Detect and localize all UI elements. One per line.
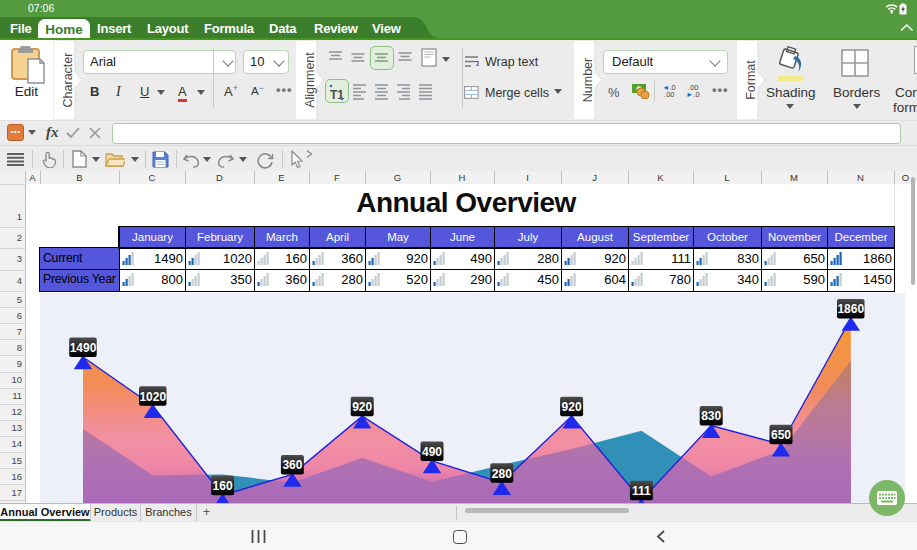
svg-text:1020: 1020	[139, 390, 166, 404]
svg-text:Character: Character	[61, 53, 75, 108]
svg-text:920: 920	[562, 400, 582, 414]
svg-text:360: 360	[282, 458, 302, 472]
svg-text:Alignment: Alignment	[303, 52, 317, 108]
svg-text:Number: Number	[581, 58, 595, 102]
svg-text:280: 280	[492, 467, 512, 481]
svg-text:490: 490	[422, 445, 442, 459]
svg-text:650: 650	[771, 428, 791, 442]
svg-text:920: 920	[352, 400, 372, 414]
svg-text:1860: 1860	[837, 302, 864, 316]
svg-text:160: 160	[213, 479, 233, 493]
svg-text:830: 830	[701, 409, 721, 423]
svg-text:1490: 1490	[70, 341, 97, 355]
svg-text:111: 111	[632, 484, 651, 498]
svg-text:Format: Format	[744, 60, 758, 100]
